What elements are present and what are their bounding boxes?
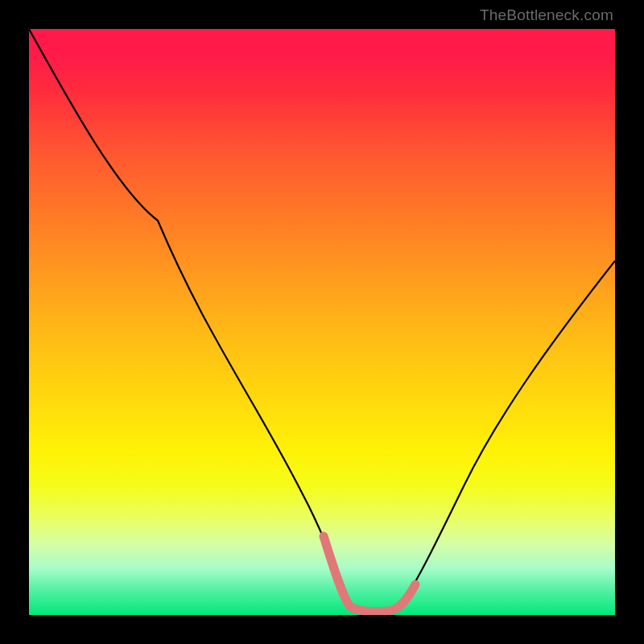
watermark-text: TheBottleneck.com [480,6,613,24]
plot-area [29,29,615,615]
chart-svg [29,29,615,615]
bottleneck-zone-highlight [324,536,415,611]
bottleneck-curve [29,29,615,612]
